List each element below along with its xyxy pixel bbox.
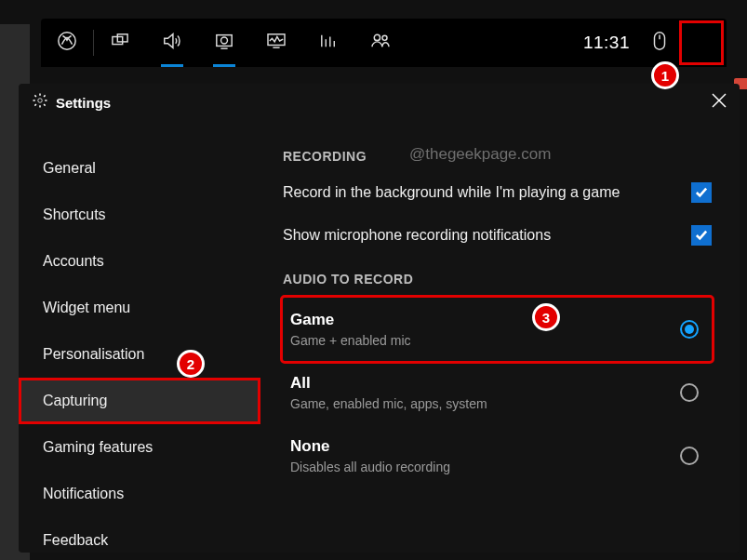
widgets-button[interactable] xyxy=(94,19,146,67)
svg-point-17 xyxy=(38,99,43,103)
sidebar-item-capturing[interactable]: Capturing xyxy=(19,378,260,424)
sidebar-item-label: General xyxy=(43,160,96,177)
sidebar-item-label: Gaming features xyxy=(43,439,153,456)
settings-title: Settings xyxy=(56,95,111,111)
settings-panel: Settings General Shortcuts Accounts Widg… xyxy=(19,84,740,553)
check-label: Record in the background while I'm playi… xyxy=(283,184,676,201)
sidebar-item-notifications[interactable]: Notifications xyxy=(19,471,260,517)
xbox-icon xyxy=(57,31,77,55)
svg-rect-14 xyxy=(655,33,665,49)
performance-icon xyxy=(266,33,287,53)
radio-button-selected[interactable] xyxy=(680,320,699,339)
social-button[interactable] xyxy=(354,19,407,67)
audio-option-none[interactable]: None Disables all audio recording xyxy=(283,424,712,487)
game-bar-topbar: 11:31 xyxy=(41,19,727,67)
sidebar-item-personalisation[interactable]: Personalisation xyxy=(19,331,260,378)
mouse-icon xyxy=(651,31,668,55)
widgets-icon xyxy=(110,33,130,53)
annotation-step-1: 1 xyxy=(651,61,679,89)
close-icon xyxy=(712,95,727,111)
mic-notifications-row[interactable]: Show microphone recording notifications xyxy=(283,225,712,246)
sidebar-item-label: Shortcuts xyxy=(43,207,106,223)
radio-sub: Disables all audio recording xyxy=(290,460,450,474)
settings-content: @thegeekpage.com RECORDING Record in the… xyxy=(260,121,740,553)
audio-heading: AUDIO TO RECORD xyxy=(283,272,712,287)
radio-button[interactable] xyxy=(680,383,699,402)
record-background-row[interactable]: Record in the background while I'm playi… xyxy=(283,182,712,203)
speaker-icon xyxy=(161,31,183,55)
checkbox-checked[interactable] xyxy=(691,182,712,203)
xbox-button[interactable] xyxy=(41,19,93,67)
bars-icon xyxy=(319,33,338,53)
settings-button[interactable] xyxy=(680,21,723,64)
radio-title: Game xyxy=(290,311,411,329)
capture-button[interactable] xyxy=(198,19,250,67)
sidebar-item-feedback[interactable]: Feedback xyxy=(19,517,260,553)
audio-button[interactable] xyxy=(146,19,198,67)
gear-icon xyxy=(32,92,48,113)
check-label: Show microphone recording notifications xyxy=(283,227,676,244)
audio-option-game[interactable]: Game Game + enabled mic xyxy=(283,298,712,361)
resources-button[interactable] xyxy=(302,19,354,67)
sidebar-item-label: Widget menu xyxy=(43,300,130,316)
settings-header: Settings xyxy=(19,84,740,121)
radio-button[interactable] xyxy=(680,447,699,465)
mouse-indicator[interactable] xyxy=(639,19,680,67)
close-button[interactable] xyxy=(712,93,727,112)
people-icon xyxy=(369,33,392,53)
sidebar-item-label: Personalisation xyxy=(43,346,144,363)
sidebar-item-label: Feedback xyxy=(43,532,108,549)
audio-option-all[interactable]: All Game, enabled mic, apps, system xyxy=(283,361,712,424)
radio-title: None xyxy=(290,437,450,456)
svg-point-13 xyxy=(382,35,387,40)
annotation-step-2: 2 xyxy=(177,350,205,378)
sidebar-item-accounts[interactable]: Accounts xyxy=(19,238,260,285)
settings-sidebar: General Shortcuts Accounts Widget menu P… xyxy=(19,121,260,553)
sidebar-item-general[interactable]: General xyxy=(19,145,260,192)
radio-title: All xyxy=(290,374,487,393)
sidebar-item-label: Notifications xyxy=(43,486,124,502)
sidebar-item-label: Accounts xyxy=(43,253,104,270)
camera-icon xyxy=(214,32,234,54)
svg-point-4 xyxy=(221,37,228,44)
sidebar-item-label: Capturing xyxy=(43,393,107,409)
performance-button[interactable] xyxy=(250,19,302,67)
clock-text: 11:31 xyxy=(574,33,639,53)
radio-sub: Game, enabled mic, apps, system xyxy=(290,396,487,411)
annotation-step-3: 3 xyxy=(532,303,560,331)
svg-point-16 xyxy=(699,38,704,44)
gear-icon xyxy=(691,31,712,55)
sidebar-item-gaming-features[interactable]: Gaming features xyxy=(19,424,260,471)
sidebar-item-widget-menu[interactable]: Widget menu xyxy=(19,285,260,331)
checkbox-checked[interactable] xyxy=(691,225,712,246)
radio-sub: Game + enabled mic xyxy=(290,333,411,348)
recording-heading: RECORDING xyxy=(283,149,712,164)
sidebar-item-shortcuts[interactable]: Shortcuts xyxy=(19,192,260,238)
svg-point-12 xyxy=(374,34,380,40)
